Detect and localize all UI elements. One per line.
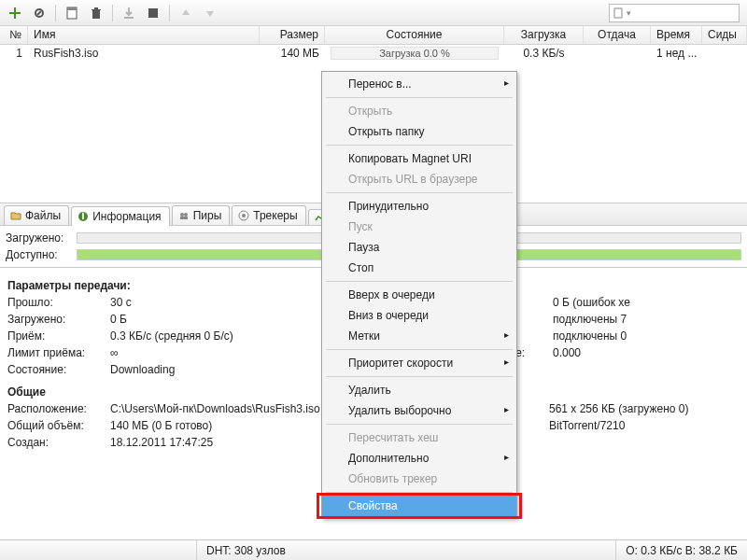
torrent-row[interactable]: 1 RusFish3.iso 140 МБ Загрузка 0.0 % 0.3… [0,45,747,62]
val-pieces: 561 x 256 КБ (загружено 0) [549,402,688,419]
cell-ul [584,52,651,54]
val-state: Downloading [110,363,297,380]
svg-rect-8 [180,217,188,219]
col-seed[interactable]: Сиды [702,26,747,44]
tab-files[interactable]: Файлы [4,205,69,225]
val-created: 18.12.2011 17:47:25 [110,436,297,453]
svg-rect-1 [67,7,77,10]
cell-state: Загрузка 0.0 % [325,46,504,61]
mi-move-to[interactable]: Перенос в... [322,74,516,94]
remove-button[interactable] [85,2,107,24]
create-button[interactable] [61,2,83,24]
svg-rect-2 [148,8,158,18]
val-ratio: 0.000 [553,346,740,363]
mi-open-folder[interactable]: Открыть папку [322,121,516,142]
status-dht: DHT: 308 узлов [196,540,295,560]
mi-update-tracker: Обновить трекер [322,469,516,489]
mi-pause[interactable]: Пауза [322,237,516,258]
lbl-total: Общий объём: [7,419,110,436]
status-speed: О: 0.3 КБ/с В: 38.2 КБ [615,540,747,560]
lbl-created: Создан: [7,436,110,453]
mi-extra[interactable]: Дополнительно [322,448,516,469]
svg-point-6 [180,213,184,217]
lbl-recv: Приём: [7,329,110,346]
mi-rehash: Пересчитать хеш [322,427,516,448]
svg-rect-3 [614,8,622,18]
lbl-downloaded: Загружено: [7,313,110,329]
search-box[interactable]: ▾ [609,4,740,22]
trackers-icon [238,210,249,221]
tab-peers[interactable]: Пиры [172,205,231,225]
cell-name: RusFish3.iso [28,46,260,61]
context-menu: Перенос в... Открыть Открыть папку Копир… [321,71,517,519]
mi-force[interactable]: Принудительно [322,196,516,217]
val-downloaded: 0 Б [110,313,297,329]
lbl-loc: Расположение: [7,402,110,419]
col-time[interactable]: Время [651,26,702,44]
mi-start: Пуск [322,217,516,237]
col-size[interactable]: Размер [260,26,325,44]
col-num[interactable]: № [0,26,28,44]
val-elapsed: 30 с [110,296,297,313]
mi-stop[interactable]: Стоп [322,258,516,278]
col-state[interactable]: Состояние [325,26,504,44]
label-loaded: Загружено: [6,231,71,245]
mi-labels[interactable]: Метки [322,326,516,346]
col-dl[interactable]: Загрузка [504,26,584,44]
stop-button[interactable] [142,2,164,24]
lbl-state: Состояние: [7,363,110,380]
mi-prio[interactable]: Приоритет скорости [322,353,516,373]
cell-num: 1 [0,46,28,61]
statusbar: DHT: 308 узлов О: 0.3 КБ/с В: 38.2 КБ [0,539,747,560]
add-url-button[interactable] [28,2,50,24]
search-page-icon [613,7,625,19]
mi-delete[interactable]: Удалить [322,380,516,400]
label-avail: Доступно: [6,248,71,261]
mi-delete-sel[interactable]: Удалить выборочно [322,400,516,421]
folder-icon [10,210,21,221]
val-recv: 0.3 КБ/с (средняя 0 Б/с) [110,329,297,346]
start-button [118,2,140,24]
torrent-list-header: № Имя Размер Состояние Загрузка Отдача В… [0,26,747,45]
cell-dl: 0.3 КБ/s [504,46,584,61]
mi-open-url: Открыть URL в браузере [322,169,516,189]
val-seeds: подключены 7 [553,313,740,329]
info-icon: i [78,211,89,222]
tab-info[interactable]: i Информация [71,206,169,226]
mi-copy-magnet[interactable]: Копировать Magnet URI [322,148,516,169]
queue-down-button [199,2,221,24]
mi-open: Открыть [322,101,516,121]
svg-point-7 [184,213,188,217]
toolbar: ▾ [0,0,747,26]
cell-size: 140 МБ [260,46,325,61]
lbl-limit: Лимит приёма: [7,346,110,363]
mi-properties[interactable]: Свойства [322,496,516,516]
queue-up-button [175,2,197,24]
mi-queue-down[interactable]: Вниз в очереди [322,305,516,326]
add-torrent-button[interactable] [4,2,26,24]
peers-icon [178,210,190,221]
tab-trackers[interactable]: Трекеры [232,205,305,225]
mi-queue-up[interactable]: Вверх в очереди [322,285,516,305]
val-lost: 0 Б (ошибок хе [553,296,740,313]
col-ul[interactable]: Отдача [584,26,651,44]
svg-text:i: i [81,211,84,222]
cell-time: 1 нед ... [651,46,702,61]
val-client: BitTorrent/7210 [549,419,625,436]
col-name[interactable]: Имя [28,26,260,44]
search-dropdown-icon: ▾ [627,8,631,18]
svg-point-10 [242,214,246,217]
val-total: 140 МБ (0 Б готово) [110,419,297,436]
val-peers: подключены 0 [553,329,740,346]
lbl-elapsed: Прошло: [7,296,110,313]
val-limit: ∞ [110,346,297,363]
